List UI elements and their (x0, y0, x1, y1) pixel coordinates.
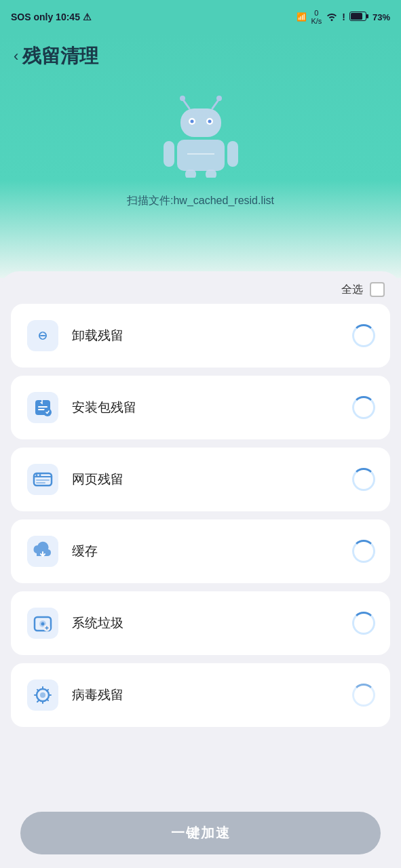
robot-illustration (157, 90, 245, 178)
svg-rect-2 (351, 13, 362, 20)
svg-point-25 (39, 474, 41, 476)
package-residual-label: 安装包残留 (72, 399, 136, 416)
page-title: 残留清理 (22, 43, 98, 69)
select-all-row: 全选 (0, 271, 401, 304)
svg-rect-14 (227, 141, 238, 167)
data-speed: 0K/s (311, 9, 322, 25)
svg-rect-7 (180, 108, 221, 137)
signal-icon: 📶 (297, 12, 307, 22)
cache-label: 缓存 (72, 542, 98, 560)
uninstall-residual-icon (26, 319, 60, 353)
status-bar: SOS only 10:45 ⚠ 📶 0K/s ! 73% (0, 0, 401, 34)
svg-rect-15 (185, 170, 196, 178)
system-trash-icon (26, 606, 60, 640)
battery-percent: 73% (373, 12, 390, 22)
list-item[interactable]: 系统垃圾 (11, 591, 390, 655)
webpage-residual-icon (26, 462, 60, 496)
list-item[interactable]: 卸载残留 (11, 304, 390, 368)
list-item[interactable]: 安装包残留 (11, 376, 390, 439)
back-arrow-icon: ‹ (14, 47, 18, 65)
svg-rect-12 (177, 140, 225, 171)
svg-point-10 (190, 120, 193, 123)
svg-point-11 (208, 120, 211, 123)
back-row: ‹ 残留清理 (14, 43, 387, 69)
loading-spinner (352, 468, 375, 491)
svg-rect-16 (206, 170, 216, 178)
scan-status-text: 扫描文件:hw_cached_resid.list (127, 194, 274, 208)
one-click-boost-button[interactable]: 一键加速 (20, 812, 381, 854)
status-left: SOS only 10:45 ⚠ (11, 12, 92, 22)
list-item[interactable]: 网页残留 (11, 448, 390, 511)
svg-rect-13 (164, 141, 174, 167)
loading-spinner (352, 684, 375, 707)
select-all-label: 全选 (341, 283, 363, 297)
wifi-icon (326, 12, 338, 23)
virus-residual-label: 病毒残留 (72, 686, 123, 704)
uninstall-residual-label: 卸载残留 (72, 327, 123, 344)
svg-rect-1 (366, 14, 368, 18)
loading-spinner (352, 612, 375, 635)
svg-point-6 (216, 96, 222, 101)
loading-spinner (352, 396, 375, 419)
list-item[interactable]: 病毒残留 (11, 663, 390, 727)
alert-icon: ! (342, 12, 345, 22)
list-item[interactable]: 缓存 (11, 519, 390, 583)
cache-icon (26, 534, 60, 568)
svg-point-34 (40, 692, 45, 698)
header-area: ‹ 残留清理 扫描 (0, 34, 401, 278)
loading-spinner (352, 540, 375, 563)
package-residual-icon (26, 391, 60, 425)
svg-point-30 (41, 623, 45, 626)
back-button[interactable]: ‹ 残留清理 (14, 43, 98, 69)
loading-spinner (352, 324, 375, 347)
svg-point-24 (36, 474, 38, 476)
virus-residual-icon (26, 678, 60, 712)
status-right: 📶 0K/s ! 73% (297, 9, 390, 25)
battery-status (349, 12, 368, 23)
list-area: 全选 卸载残留 (0, 271, 401, 795)
svg-point-4 (180, 96, 185, 101)
system-trash-label: 系统垃圾 (72, 614, 123, 632)
warning-icon: ⚠ (83, 12, 92, 22)
sos-status: SOS only 10:45 (11, 12, 80, 22)
bottom-action-bar: 一键加速 (0, 801, 401, 868)
webpage-residual-label: 网页残留 (72, 471, 123, 488)
select-all-checkbox[interactable] (370, 282, 385, 297)
